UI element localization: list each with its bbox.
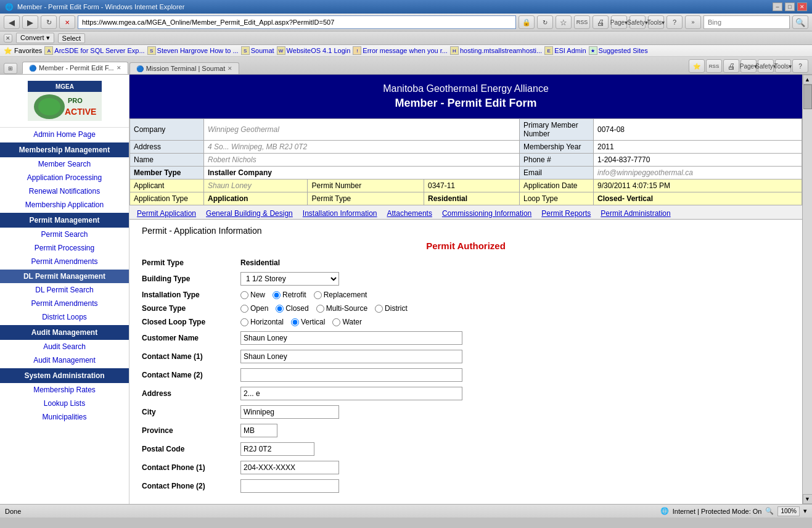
fav-esi[interactable]: E ESI Admin <box>544 46 586 55</box>
province-input[interactable] <box>240 424 277 437</box>
zoom-button[interactable]: 100% <box>777 506 800 516</box>
radio-district-input[interactable] <box>375 305 383 313</box>
fav-soumat[interactable]: S Soumat <box>241 46 274 55</box>
fav-hosting[interactable]: H hosting.mtsallstreamhosti... <box>450 46 542 55</box>
tab-general-building[interactable]: General Building & Design <box>202 208 297 219</box>
sidebar-item-permit-processing[interactable]: Permit Processing <box>0 241 129 255</box>
help-tab-button[interactable]: ? <box>792 59 808 73</box>
print-tab-button[interactable]: 🖨 <box>723 59 739 73</box>
tools-button[interactable]: Tools▾ <box>648 15 664 29</box>
tab-permit-application[interactable]: Permit Application <box>133 208 200 219</box>
scroll-track[interactable] <box>803 85 812 494</box>
page-button[interactable]: Page▾ <box>611 15 627 29</box>
sidebar-item-permit-amendments-dl[interactable]: Permit Amendments <box>0 297 129 310</box>
sidebar-item-district-loops[interactable]: District Loops <box>0 310 129 324</box>
tab-commissioning-information[interactable]: Commissioning Information <box>438 208 535 219</box>
fav-websiteos[interactable]: W WebsiteOS 4.1 Login <box>277 46 351 55</box>
tab-grid-button[interactable]: ⊞ <box>4 63 17 74</box>
tab-permit-reports[interactable]: Permit Reports <box>538 208 594 219</box>
star-favorites-button[interactable]: ⭐ <box>689 59 705 73</box>
sidebar-item-membership-application[interactable]: Membership Application <box>0 198 129 212</box>
sidebar-item-membership-rates[interactable]: Membership Rates <box>0 383 129 397</box>
radio-water-input[interactable] <box>332 318 340 326</box>
sidebar-item-audit-search[interactable]: Audit Search <box>0 340 129 353</box>
safety-tab-button[interactable]: Safety▾ <box>758 59 774 73</box>
tab-mission-terminal[interactable]: 🔵 Mission Terminal | Soumat ✕ <box>129 62 240 74</box>
search-bar[interactable] <box>703 15 790 29</box>
sidebar-item-renewal-notifications[interactable]: Renewal Notifications <box>0 184 129 198</box>
radio-new-input[interactable] <box>240 291 248 299</box>
radio-vertical-input[interactable] <box>291 318 299 326</box>
sidebar-item-municipalities[interactable]: Municipalities <box>0 410 129 424</box>
refresh-address-button[interactable]: ↻ <box>537 15 553 29</box>
sidebar-item-lookup-lists[interactable]: Lookup Lists <box>0 397 129 410</box>
radio-horizontal[interactable]: Horizontal <box>240 318 284 326</box>
radio-multi-source-input[interactable] <box>316 305 324 313</box>
address-input[interactable] <box>240 387 462 400</box>
select-button[interactable]: Select <box>58 33 86 43</box>
scroll-down-button[interactable]: ▼ <box>803 494 813 504</box>
minimize-button[interactable]: – <box>773 2 782 11</box>
extend-button[interactable]: » <box>685 15 701 29</box>
convert-button[interactable]: Convert ▾ <box>16 33 54 43</box>
tab-close-mission[interactable]: ✕ <box>228 65 232 72</box>
fav-steven[interactable]: S Steven Hargrove How to ... <box>147 46 239 55</box>
tab-permit-edit[interactable]: 🔵 Member - Permit Edit F... ✕ <box>22 62 128 74</box>
tab-attachements[interactable]: Attachements <box>383 208 436 219</box>
radio-horizontal-input[interactable] <box>240 318 248 326</box>
window-controls[interactable]: – □ ✕ <box>773 2 807 11</box>
radio-new[interactable]: New <box>240 291 265 299</box>
fav-arcsde[interactable]: A ArcSDE for SQL Server Exp... <box>44 46 144 55</box>
radio-retrofit-input[interactable] <box>273 291 281 299</box>
contact-name2-input[interactable] <box>240 368 462 382</box>
radio-closed[interactable]: Closed <box>276 304 308 313</box>
contact-name1-input[interactable] <box>240 350 462 363</box>
sidebar-item-audit-management[interactable]: Audit Management <box>0 353 129 367</box>
radio-multi-source[interactable]: Multi-Source <box>316 304 367 313</box>
sidebar-item-application-processing[interactable]: Application Processing <box>0 171 129 184</box>
rss-button[interactable]: RSS <box>574 15 590 29</box>
sidebar-item-dl-permit-search[interactable]: DL Permit Search <box>0 283 129 297</box>
rss-tab-button[interactable]: RSS <box>706 59 722 73</box>
sidebar-item-admin-home[interactable]: Admin Home Page <box>0 128 129 141</box>
tools-tab-button[interactable]: Tools▾ <box>775 59 791 73</box>
radio-open[interactable]: Open <box>240 304 268 313</box>
back-button[interactable]: ◀ <box>4 15 20 29</box>
maximize-button[interactable]: □ <box>785 2 795 11</box>
search-button[interactable]: 🔍 <box>792 15 808 29</box>
radio-district[interactable]: District <box>375 304 408 313</box>
radio-open-input[interactable] <box>240 305 248 313</box>
sidebar-item-permit-search[interactable]: Permit Search <box>0 228 129 241</box>
scroll-up-button[interactable]: ▲ <box>803 75 813 85</box>
help-button[interactable]: ? <box>666 15 683 29</box>
fav-error[interactable]: ! Error message when you r... <box>353 46 448 55</box>
tab-installation-information[interactable]: Installation Information <box>299 208 381 219</box>
tab-close-permit[interactable]: ✕ <box>117 65 121 71</box>
print-button[interactable]: 🖨 <box>593 15 609 29</box>
scrollbar[interactable]: ▲ ▼ <box>802 75 812 504</box>
scroll-thumb[interactable] <box>803 85 812 109</box>
radio-closed-input[interactable] <box>276 305 284 313</box>
page-tab-button[interactable]: Page▾ <box>740 59 757 73</box>
radio-water[interactable]: Water <box>332 318 362 326</box>
radio-retrofit[interactable]: Retrofit <box>273 291 306 299</box>
sidebar-item-permit-amendments[interactable]: Permit Amendments <box>0 255 129 268</box>
tab-permit-administration[interactable]: Permit Administration <box>597 208 674 219</box>
address-bar[interactable] <box>78 15 516 29</box>
close-toolbar-button[interactable]: ✕ <box>4 34 12 43</box>
customer-name-input[interactable] <box>240 331 462 345</box>
radio-replacement[interactable]: Replacement <box>314 291 367 299</box>
contact-phone1-input[interactable] <box>240 461 339 474</box>
stop-button[interactable]: ✕ <box>59 15 75 29</box>
refresh-button[interactable]: ↻ <box>41 15 57 29</box>
city-input[interactable] <box>240 405 339 419</box>
contact-phone2-input[interactable] <box>240 479 339 493</box>
safety-button[interactable]: Safety▾ <box>630 15 646 29</box>
star-button[interactable]: ☆ <box>556 15 572 29</box>
radio-replacement-input[interactable] <box>314 291 322 299</box>
forward-button[interactable]: ▶ <box>22 15 38 29</box>
sidebar-item-member-search[interactable]: Member Search <box>0 157 129 171</box>
building-type-select[interactable]: 1 1/2 Storey <box>240 272 339 286</box>
postal-code-input[interactable] <box>240 442 314 456</box>
radio-vertical[interactable]: Vertical <box>291 318 325 326</box>
